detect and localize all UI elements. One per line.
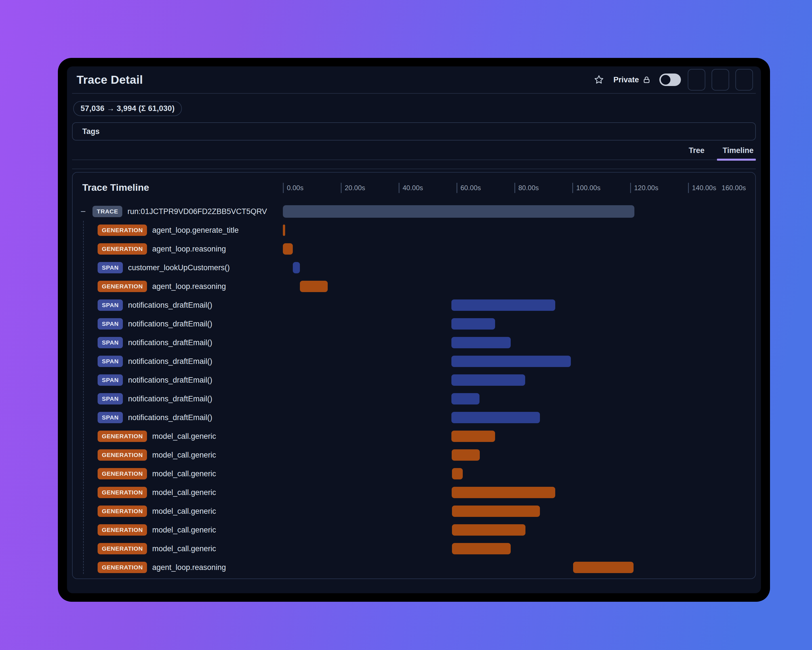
timeline-row[interactable]: −TRACErun:01JCTPR9VD06FD2ZBB5VCT5QRV <box>73 202 755 221</box>
collapse-all-button[interactable] <box>171 180 184 195</box>
collapse-up-button[interactable] <box>688 69 705 90</box>
timeline-row[interactable]: SPANnotifications_draftEmail() <box>73 371 755 389</box>
axis-tick-label: 20.00s <box>345 184 365 192</box>
duration-bar[interactable] <box>452 356 571 367</box>
duration-bar[interactable] <box>300 281 328 292</box>
duration-bar[interactable] <box>293 262 300 273</box>
observation-name: model_call.generic <box>152 470 216 478</box>
duration-bar[interactable] <box>452 468 463 479</box>
axis-tick-label: 120.00s <box>634 184 658 192</box>
duration-bar[interactable] <box>573 562 633 573</box>
observation-name: notifications_draftEmail() <box>128 376 212 385</box>
row-label-group: GENERATIONmodel_call.generic <box>73 506 216 517</box>
row-label-group: SPANnotifications_draftEmail() <box>73 375 212 386</box>
row-label-group: SPANnotifications_draftEmail() <box>73 318 212 330</box>
duration-bar[interactable] <box>452 318 495 330</box>
duration-bar[interactable] <box>452 506 540 517</box>
duration-bar[interactable] <box>283 225 285 236</box>
duration-bar[interactable] <box>452 487 555 498</box>
observation-type-badge: GENERATION <box>98 449 147 461</box>
observation-type-badge: GENERATION <box>98 543 147 554</box>
delete-button[interactable] <box>736 69 753 90</box>
row-label-group: GENERATIONagent_loop.reasoning <box>73 243 226 255</box>
axis-tick-label: 0.00s <box>287 184 304 192</box>
timeline-row[interactable]: GENERATIONagent_loop.reasoning <box>73 277 755 296</box>
observation-name: model_call.generic <box>152 507 216 516</box>
timeline-row[interactable]: SPANnotifications_draftEmail() <box>73 296 755 315</box>
observation-name: notifications_draftEmail() <box>128 320 212 329</box>
observation-type-badge: GENERATION <box>98 562 147 573</box>
observation-type-badge: GENERATION <box>98 506 147 517</box>
row-label-group: SPANnotifications_draftEmail() <box>73 300 212 311</box>
duration-bar[interactable] <box>452 524 525 535</box>
observation-name: customer_lookUpCustomers() <box>128 263 230 272</box>
duration-bar[interactable] <box>452 337 511 348</box>
timeline-row[interactable]: SPANnotifications_draftEmail() <box>73 408 755 427</box>
timeline-row[interactable]: GENERATIONagent_loop.reasoning <box>73 558 755 577</box>
duration-bar[interactable] <box>452 412 540 423</box>
star-icon[interactable] <box>594 74 604 85</box>
duration-bar[interactable] <box>452 449 480 461</box>
axis-tick <box>688 183 689 193</box>
observation-type-badge: SPAN <box>98 262 123 273</box>
section-divider <box>72 168 756 169</box>
axis-tick-label: 80.00s <box>518 184 539 192</box>
duration-bar[interactable] <box>452 543 511 554</box>
timeline-row[interactable]: GENERATIONmodel_call.generic <box>73 521 755 539</box>
observation-type-badge: TRACE <box>93 206 122 217</box>
timeline-row[interactable]: GENERATIONmodel_call.generic <box>73 483 755 502</box>
row-label-group: GENERATIONmodel_call.generic <box>73 468 216 479</box>
observation-type-badge: SPAN <box>98 412 123 423</box>
timeline-row[interactable]: SPANnotifications_draftEmail() <box>73 352 755 371</box>
duration-bar[interactable] <box>452 300 555 311</box>
observation-name: model_call.generic <box>152 488 216 497</box>
header-buttons <box>688 69 753 90</box>
observation-name: model_call.generic <box>152 451 216 460</box>
row-label-group: GENERATIONmodel_call.generic <box>73 487 216 498</box>
trace-detail-panel: Trace Detail Private 57,036 → 3,994 (Σ 6… <box>67 66 761 593</box>
row-label-group: GENERATIONagent_loop.generate_title <box>73 225 239 236</box>
duration-bar[interactable] <box>452 393 479 404</box>
lock-icon <box>643 75 651 84</box>
observation-name: notifications_draftEmail() <box>128 338 212 347</box>
observation-type-badge: SPAN <box>98 393 123 404</box>
timeline-row[interactable]: SPANnotifications_draftEmail() <box>73 389 755 408</box>
privacy-toggle[interactable] <box>659 73 681 86</box>
timeline-row[interactable]: SPANnotifications_draftEmail() <box>73 315 755 333</box>
window-header: Trace Detail Private <box>72 66 756 94</box>
duration-bar[interactable] <box>283 243 293 255</box>
timeline-header: Trace Timeline 0.00s20.00s40.00s60.00s80… <box>73 173 755 202</box>
observation-type-badge: SPAN <box>98 318 123 330</box>
timeline-row[interactable]: GENERATIONmodel_call.generic <box>73 427 755 446</box>
observation-name: notifications_draftEmail() <box>128 301 212 310</box>
timeline-row[interactable]: GENERATIONagent_loop.reasoning <box>73 240 755 258</box>
axis-tick <box>341 183 342 193</box>
duration-bar[interactable] <box>452 375 525 386</box>
timeline-row[interactable]: SPANnotifications_draftEmail() <box>73 333 755 352</box>
expand-all-button[interactable] <box>155 180 167 195</box>
duration-bar[interactable] <box>452 431 495 442</box>
tags-container[interactable]: Tags <box>72 122 756 141</box>
axis-tick <box>630 183 631 193</box>
axis-tick <box>514 183 515 193</box>
timeline-row[interactable]: SPANcustomer_lookUpCustomers() <box>73 258 755 277</box>
timeline-row[interactable]: GENERATIONagent_loop.generate_title <box>73 221 755 240</box>
observation-type-badge: GENERATION <box>98 487 147 498</box>
collapse-minus-icon[interactable]: − <box>79 207 87 216</box>
timeline-row[interactable]: GENERATIONmodel_call.generic <box>73 502 755 521</box>
trace-timeline-card: Trace Timeline 0.00s20.00s40.00s60.00s80… <box>72 172 756 579</box>
timeline-row[interactable]: GENERATIONmodel_call.generic <box>73 464 755 483</box>
observation-type-badge: SPAN <box>98 356 123 367</box>
duration-bar[interactable] <box>283 205 634 218</box>
timeline-row[interactable]: GENERATIONmodel_call.generic <box>73 539 755 558</box>
row-label-group: SPANnotifications_draftEmail() <box>73 393 212 404</box>
timeline-row[interactable]: GENERATIONmodel_call.generic <box>73 446 755 464</box>
collapse-down-button[interactable] <box>711 69 729 90</box>
tags-label: Tags <box>82 127 99 136</box>
token-usage-badge[interactable]: 57,036 → 3,994 (Σ 61,030) <box>73 101 182 116</box>
observation-name: notifications_draftEmail() <box>128 413 212 422</box>
row-label-group: SPANnotifications_draftEmail() <box>73 356 212 367</box>
tab-timeline[interactable]: Timeline <box>719 146 754 159</box>
privacy-label: Private <box>614 75 639 84</box>
tab-tree[interactable]: Tree <box>685 146 704 159</box>
